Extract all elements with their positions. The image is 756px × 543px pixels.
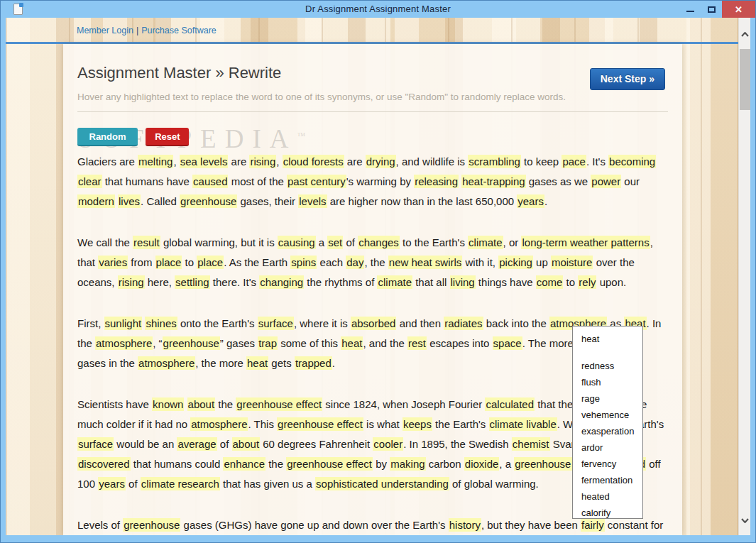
- highlighted-word[interactable]: years: [98, 477, 126, 490]
- highlighted-word[interactable]: fairly: [581, 518, 605, 532]
- highlighted-word[interactable]: keeps: [402, 417, 432, 431]
- highlighted-word[interactable]: rest: [407, 336, 427, 350]
- highlighted-word[interactable]: becoming: [608, 155, 656, 168]
- highlighted-word[interactable]: climate: [377, 275, 412, 289]
- synonym-option[interactable]: vehemence: [573, 407, 642, 423]
- highlighted-word[interactable]: rising: [118, 275, 145, 289]
- highlighted-word[interactable]: moisture: [551, 256, 593, 269]
- highlighted-word[interactable]: heat-trapping: [461, 175, 525, 188]
- highlighted-word[interactable]: known: [152, 397, 184, 411]
- highlighted-word[interactable]: shines: [145, 317, 177, 330]
- highlighted-word[interactable]: greenhouse effect: [277, 417, 363, 431]
- highlighted-word[interactable]: sea levels: [180, 155, 229, 168]
- highlighted-word[interactable]: sophisticated understanding: [315, 477, 449, 490]
- highlighted-word[interactable]: chemist: [512, 437, 550, 451]
- highlighted-word[interactable]: new heat swirls: [388, 256, 463, 269]
- highlighted-word[interactable]: greenhouse: [180, 194, 237, 208]
- highlighted-word[interactable]: atmosphere: [138, 356, 195, 370]
- highlighted-word[interactable]: heat: [246, 356, 268, 370]
- member-login-link[interactable]: Member Login: [77, 26, 133, 35]
- highlighted-word[interactable]: trapped: [295, 356, 332, 370]
- scrollbar-thumb[interactable]: [740, 49, 750, 110]
- synonym-option[interactable]: flush: [573, 374, 642, 390]
- highlighted-word[interactable]: surface: [77, 437, 114, 451]
- close-button[interactable]: ✕: [722, 1, 755, 18]
- highlighted-word[interactable]: heat: [341, 336, 363, 350]
- highlighted-word[interactable]: day: [346, 256, 364, 269]
- highlighted-word[interactable]: drying: [366, 155, 396, 168]
- highlighted-word[interactable]: rising: [249, 155, 276, 168]
- highlighted-word[interactable]: enhance: [223, 457, 265, 471]
- highlighted-word[interactable]: cloud forests: [283, 155, 344, 168]
- highlighted-word[interactable]: levels: [298, 194, 327, 208]
- synonym-option[interactable]: rage: [573, 390, 642, 407]
- scroll-up-button[interactable]: [739, 26, 750, 42]
- highlighted-word[interactable]: sunlight: [104, 317, 143, 330]
- highlighted-word[interactable]: result: [133, 236, 160, 249]
- synonym-option[interactable]: fervency: [573, 456, 642, 472]
- highlighted-word[interactable]: set: [327, 236, 343, 249]
- reset-button[interactable]: Reset: [146, 128, 189, 146]
- scroll-down-button[interactable]: [739, 512, 750, 528]
- highlighted-word[interactable]: long-term weather patterns: [521, 236, 650, 249]
- synonym-option[interactable]: fermentation: [573, 472, 642, 488]
- highlighted-word[interactable]: about: [187, 397, 216, 411]
- highlighted-word[interactable]: modern: [77, 194, 115, 208]
- highlighted-word[interactable]: greenhouse: [163, 336, 220, 350]
- synonym-option[interactable]: heated: [573, 488, 642, 505]
- highlighted-word[interactable]: space: [493, 336, 522, 350]
- highlighted-word[interactable]: climate research: [141, 477, 220, 490]
- minimize-button[interactable]: [679, 1, 701, 18]
- highlighted-word[interactable]: years: [517, 194, 544, 208]
- highlighted-word[interactable]: spins: [290, 256, 317, 269]
- highlighted-word[interactable]: cooler: [373, 437, 403, 451]
- synonym-option[interactable]: redness: [573, 358, 642, 374]
- highlighted-word[interactable]: dioxide: [464, 457, 500, 471]
- highlighted-word[interactable]: living: [450, 275, 476, 289]
- random-button[interactable]: Random: [77, 128, 138, 146]
- synonym-option[interactable]: calorify: [573, 505, 642, 519]
- highlighted-word[interactable]: pace: [561, 155, 586, 168]
- highlighted-word[interactable]: climate: [468, 236, 503, 249]
- highlighted-word[interactable]: releasing: [414, 175, 459, 188]
- highlighted-word[interactable]: average: [177, 437, 217, 451]
- highlighted-word[interactable]: atmosphere: [190, 417, 248, 431]
- highlighted-word[interactable]: about: [232, 437, 261, 451]
- highlighted-word[interactable]: place: [197, 256, 224, 269]
- highlighted-word[interactable]: atmosphere: [95, 336, 153, 350]
- highlighted-word[interactable]: caused: [192, 175, 228, 188]
- highlighted-word[interactable]: making: [390, 457, 425, 471]
- highlighted-word[interactable]: greenhouse effect: [236, 397, 322, 411]
- highlighted-word[interactable]: varies: [98, 256, 128, 269]
- highlighted-word[interactable]: come: [536, 275, 564, 289]
- highlighted-word[interactable]: settling: [175, 275, 210, 289]
- highlighted-word[interactable]: picking: [498, 256, 533, 269]
- highlighted-word[interactable]: changing: [259, 275, 304, 289]
- next-step-button[interactable]: Next Step »: [590, 68, 665, 90]
- highlighted-word[interactable]: greenhouse: [123, 518, 180, 532]
- highlighted-word[interactable]: discovered: [77, 457, 131, 471]
- highlighted-word[interactable]: changes: [358, 236, 400, 249]
- synonym-current-word[interactable]: heat: [573, 327, 642, 358]
- highlighted-word[interactable]: scrambling: [468, 155, 521, 168]
- highlighted-word[interactable]: place: [155, 256, 182, 269]
- highlighted-word[interactable]: calculated: [485, 397, 535, 411]
- highlighted-word[interactable]: radiates: [444, 317, 483, 330]
- synonym-option[interactable]: exasperation: [573, 423, 642, 439]
- vertical-scrollbar[interactable]: [738, 18, 750, 535]
- highlighted-word[interactable]: rely: [578, 275, 596, 289]
- highlighted-word[interactable]: melting: [138, 155, 173, 168]
- maximize-button[interactable]: [701, 1, 722, 18]
- highlighted-word[interactable]: clear: [77, 175, 102, 188]
- highlighted-word[interactable]: absorbed: [351, 317, 397, 330]
- highlighted-word[interactable]: history: [449, 518, 481, 532]
- highlighted-word[interactable]: greenhouse effect: [286, 457, 373, 471]
- highlighted-word[interactable]: causing: [278, 236, 316, 249]
- synonym-option[interactable]: ardor: [573, 439, 642, 456]
- highlighted-word[interactable]: past century: [287, 175, 346, 188]
- highlighted-word[interactable]: trap: [258, 336, 278, 350]
- highlighted-word[interactable]: climate livable: [489, 417, 557, 431]
- highlighted-word[interactable]: lives: [118, 194, 141, 208]
- purchase-software-link[interactable]: Purchase Software: [141, 26, 217, 35]
- highlighted-word[interactable]: surface: [258, 317, 294, 330]
